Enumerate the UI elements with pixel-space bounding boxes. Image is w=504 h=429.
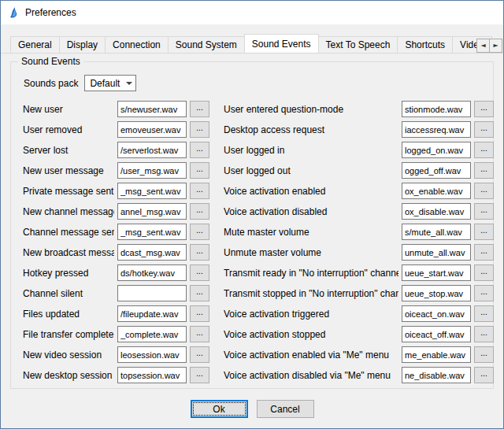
sound-file-input[interactable] (402, 203, 471, 220)
browse-button[interactable]: ... (474, 264, 494, 281)
browse-button[interactable]: ... (190, 224, 209, 240)
sound-event-row: Mute master volume ... (224, 224, 494, 240)
browse-button[interactable]: ... (474, 285, 494, 301)
tab-scroll-left-icon[interactable]: ◄ (476, 39, 490, 53)
preferences-window: Preferences GeneralDisplayConnectionSoun… (0, 0, 504, 429)
browse-button[interactable]: ... (190, 367, 209, 383)
sound-file-input[interactable] (117, 224, 187, 240)
cancel-button[interactable]: Cancel (257, 400, 314, 418)
sound-event-label: Unmute master volume (224, 247, 398, 258)
app-icon (7, 6, 20, 19)
tab-text-to-speech[interactable]: Text To Speech (318, 36, 398, 53)
browse-button[interactable]: ... (190, 183, 209, 199)
tab-general[interactable]: General (10, 36, 60, 53)
sound-event-row: Desktop access request ... (224, 121, 494, 138)
sound-file-input[interactable] (402, 264, 471, 281)
sound-event-label: Transmit stopped in "No interruption" ch… (224, 288, 398, 299)
sound-file-input[interactable] (117, 101, 187, 117)
browse-button[interactable]: ... (474, 305, 494, 322)
sound-file-input[interactable] (117, 285, 187, 301)
sound-event-row: Voice activation enabled via "Me" menu .… (224, 346, 494, 363)
sound-event-row: New desktop session ... (23, 367, 209, 383)
sound-file-input[interactable] (402, 285, 471, 301)
sound-file-input[interactable] (117, 121, 187, 138)
tab-shortcuts[interactable]: Shortcuts (397, 36, 453, 53)
browse-button[interactable]: ... (474, 224, 494, 240)
sound-event-label: New user (23, 104, 114, 115)
browse-button[interactable]: ... (190, 121, 209, 138)
sound-file-input[interactable] (402, 183, 471, 199)
sound-file-input[interactable] (117, 203, 187, 220)
sound-file-input[interactable] (402, 326, 471, 342)
sound-file-input[interactable] (117, 162, 187, 179)
sound-events-right-column: User entered question-mode ... Desktop a… (224, 101, 494, 387)
sound-event-label: Private message sent (23, 186, 114, 197)
sound-event-label: Voice activation triggered (224, 309, 398, 320)
browse-button[interactable]: ... (474, 162, 494, 179)
browse-button[interactable]: ... (474, 142, 494, 158)
ok-button[interactable]: Ok (191, 400, 248, 418)
browse-button[interactable]: ... (190, 346, 209, 363)
sound-file-input[interactable] (402, 162, 471, 179)
sound-file-input[interactable] (402, 305, 471, 322)
sound-event-row: Voice activation stopped ... (224, 326, 494, 342)
tab-connection[interactable]: Connection (105, 36, 169, 53)
sound-event-label: Voice activation enabled (224, 186, 398, 197)
sound-file-input[interactable] (402, 121, 471, 138)
sound-event-label: Voice activation disabled via "Me" menu (224, 370, 398, 381)
browse-button[interactable]: ... (190, 203, 209, 220)
sound-event-label: File transfer complete (23, 329, 114, 340)
sound-event-row: New user ... (23, 101, 209, 117)
browse-button[interactable]: ... (474, 121, 494, 138)
browse-button[interactable]: ... (190, 162, 209, 179)
title-bar[interactable]: Preferences (1, 1, 503, 24)
sound-event-label: Transmit ready in "No interruption" chan… (224, 268, 398, 279)
tab-bar: GeneralDisplayConnectionSound SystemSoun… (1, 34, 503, 54)
sound-file-input[interactable] (117, 183, 187, 199)
browse-button[interactable]: ... (190, 326, 209, 342)
tab-scroll-right-icon[interactable]: ► (489, 39, 502, 53)
sound-event-label: Server lost (23, 145, 114, 156)
tab-sound-events[interactable]: Sound Events (244, 34, 319, 54)
browse-button[interactable]: ... (190, 264, 209, 281)
sound-file-input[interactable] (402, 101, 471, 117)
sound-events-left-column: New user ... User removed ... Server los… (23, 101, 209, 387)
sound-file-input[interactable] (117, 264, 187, 281)
sound-file-input[interactable] (117, 244, 187, 261)
sound-file-input[interactable] (117, 305, 187, 322)
browse-button[interactable]: ... (474, 346, 494, 363)
sound-file-input[interactable] (117, 367, 187, 383)
browse-button[interactable]: ... (190, 305, 209, 322)
sound-event-label: Mute master volume (224, 227, 398, 238)
browse-button[interactable]: ... (190, 142, 209, 158)
sound-file-input[interactable] (402, 367, 471, 383)
browse-button[interactable]: ... (474, 326, 494, 342)
sounds-pack-select[interactable]: Default (84, 75, 136, 91)
tab-display[interactable]: Display (59, 36, 106, 53)
browse-button[interactable]: ... (190, 101, 209, 117)
sound-events-group: Sound Events Sounds pack Default New use… (10, 61, 494, 389)
browse-button[interactable]: ... (190, 244, 209, 261)
browse-button[interactable]: ... (474, 367, 494, 383)
sound-file-input[interactable] (117, 142, 187, 158)
browse-button[interactable]: ... (474, 244, 494, 261)
sound-file-input[interactable] (402, 346, 471, 363)
sound-file-input[interactable] (402, 244, 471, 261)
browse-button[interactable]: ... (190, 285, 209, 301)
sound-event-row: Files updated ... (23, 305, 209, 322)
tab-sound-system[interactable]: Sound System (168, 36, 245, 53)
sounds-pack-value: Default (90, 78, 120, 89)
browse-button[interactable]: ... (474, 101, 494, 117)
tab-scroll-control: ◄ ► (476, 39, 502, 53)
sound-event-label: New user message (23, 165, 114, 176)
browse-button[interactable]: ... (474, 183, 494, 199)
sound-event-label: Channel silent (23, 288, 114, 299)
sound-event-row: Channel silent ... (23, 285, 209, 301)
browse-button[interactable]: ... (474, 203, 494, 220)
sound-file-input[interactable] (117, 326, 187, 342)
dialog-footer: Ok Cancel (1, 394, 503, 428)
sound-file-input[interactable] (117, 346, 187, 363)
sound-file-input[interactable] (402, 142, 471, 158)
sound-event-label: User entered question-mode (224, 104, 398, 115)
sound-file-input[interactable] (402, 224, 471, 240)
